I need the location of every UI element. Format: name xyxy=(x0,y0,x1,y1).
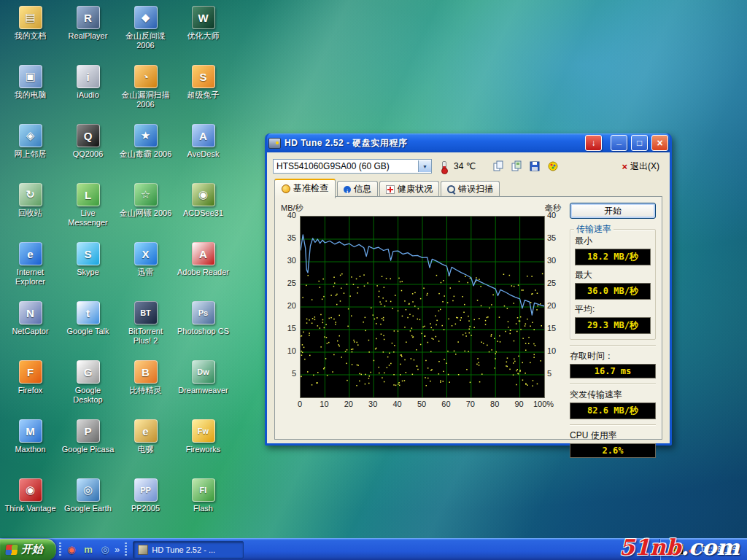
desktop-icon-bitspirit[interactable]: B比特精灵 xyxy=(117,356,174,415)
desktop-icon-flash[interactable]: FlFlash xyxy=(174,474,232,533)
tab-benchmark[interactable]: 基准检查 xyxy=(274,179,336,198)
desktop-icon-label: PP2005 xyxy=(131,504,160,513)
fireworks-icon: Fw xyxy=(192,419,215,443)
desktop-icon-kingsoft-netguard-2006[interactable]: ☆金山网镖 2006 xyxy=(117,179,174,238)
health-icon xyxy=(386,185,395,194)
tab-info[interactable]: 信息 xyxy=(337,181,378,198)
wopti-icon: W xyxy=(192,6,215,29)
quick-launch-overflow-chevron[interactable]: » xyxy=(115,544,120,555)
drive-select[interactable]: HTS541060G9SA00 (60 GB) ▼ xyxy=(273,159,432,174)
desktop-icon-wopti[interactable]: W优化大师 xyxy=(174,1,232,61)
exit-button[interactable]: × 退出(X) xyxy=(617,159,664,174)
x-tick-label: 20 xyxy=(344,400,353,408)
tab-label: 错误扫描 xyxy=(458,183,493,195)
desktop-icon-google-desktop[interactable]: GGoogle Desktop xyxy=(59,356,117,415)
desktop-icon-label: 我的文档 xyxy=(15,31,47,41)
max-label: 最大 xyxy=(575,269,651,281)
desktop-icon-google-earth[interactable]: ◎Google Earth xyxy=(59,474,117,533)
copy-image-icon[interactable] xyxy=(508,159,525,174)
desktop-icon-internet-explorer[interactable]: eInternet Explorer xyxy=(1,238,59,297)
desktop-icon-google-picasa[interactable]: PGoogle Picasa xyxy=(59,415,117,474)
desktop-icon-photoshop-cs[interactable]: PsPhotoshop CS xyxy=(174,297,232,356)
my-computer-icon: ▣ xyxy=(19,65,42,88)
download-arrow-button[interactable]: ↓ xyxy=(585,135,602,151)
x-tick-label: 0 xyxy=(298,400,302,408)
desktop-icon-emule[interactable]: e电骡 xyxy=(117,415,174,474)
kingsoft-netguard-2006-icon: ☆ xyxy=(134,183,158,206)
close-button[interactable]: × xyxy=(651,135,668,151)
bitspirit-icon: B xyxy=(134,360,158,384)
realplayer-icon: R xyxy=(77,6,100,29)
desktop-icon-skype[interactable]: SSkype xyxy=(59,238,117,297)
desktop-icon-my-computer[interactable]: ▣我的电脑 xyxy=(1,61,59,120)
quick-launch-messenger-icon[interactable]: m xyxy=(81,542,96,557)
start-button[interactable]: 开始 xyxy=(570,203,656,219)
desktop-icon-adobe-reader[interactable]: AAdobe Reader xyxy=(174,238,232,297)
desktop-icon-live-messenger[interactable]: LLive Messenger xyxy=(59,179,117,238)
start-menu-button[interactable]: 开始 xyxy=(0,539,56,560)
desktop-icon-dreamweaver[interactable]: DwDreamweaver xyxy=(174,356,232,415)
copy-text-icon[interactable] xyxy=(490,159,506,174)
desktop-icon-maxthon[interactable]: MMaxthon xyxy=(1,415,59,474)
my-documents-icon: ▤ xyxy=(19,6,42,29)
y-tick-label: 40 xyxy=(547,211,556,219)
desktop-icon-network-places[interactable]: ◈网上邻居 xyxy=(1,120,59,179)
desktop-icon-kingsoft-antispy-2006[interactable]: ◆金山反间谍 2006 xyxy=(117,1,174,61)
photoshop-cs-icon: Ps xyxy=(192,301,215,324)
desktop-icon-label: NetCaptor xyxy=(12,327,48,336)
desktop-icon-acdsee31[interactable]: ◉ACDSee31 xyxy=(174,179,232,238)
desktop-icon-realplayer[interactable]: RRealPlayer xyxy=(59,1,117,61)
y-axis-right-ticks: 403530252015105 xyxy=(545,200,567,419)
minimize-icon: _ xyxy=(616,136,622,146)
desktop-icon-avedesk[interactable]: AAveDesk xyxy=(174,120,232,179)
desktop-icon-pp2005[interactable]: PPPP2005 xyxy=(117,474,174,533)
desktop-icon-kingsoft-duba-2006[interactable]: ★金山毒霸 2006 xyxy=(117,120,174,179)
temperature-readout: 34 ℃ xyxy=(454,161,476,171)
desktop-icon-google-talk[interactable]: tGoogle Talk xyxy=(59,297,117,356)
save-icon[interactable] xyxy=(527,159,543,174)
quick-launch-browser-icon[interactable]: ◎ xyxy=(98,542,112,557)
desktop-icon-firefox[interactable]: FFirefox xyxy=(1,356,59,415)
google-picasa-icon: P xyxy=(77,419,100,443)
color-options-icon[interactable] xyxy=(545,159,561,174)
titlebar[interactable]: HD Tune 2.52 - 硬盘实用程序 ↓ _ □ × xyxy=(267,133,670,152)
desktop-icon-label: Flash xyxy=(193,504,213,513)
y-tick-label: 25 xyxy=(547,279,556,287)
desktop-icon-netcaptor[interactable]: NNetCaptor xyxy=(1,297,59,356)
taskband-drag-handle[interactable] xyxy=(125,542,127,557)
y-tick-label: 35 xyxy=(287,233,296,242)
desktop-icon-label: Photoshop CS xyxy=(177,327,229,336)
desktop-icon-xunlei[interactable]: X迅雷 xyxy=(117,238,174,297)
desktop-icon-my-documents[interactable]: ▤我的文档 xyxy=(1,1,59,61)
desktop-icon-label: iAudio xyxy=(77,90,99,100)
tab-health[interactable]: 健康状况 xyxy=(379,181,439,198)
desktop-icon-fireworks[interactable]: FwFireworks xyxy=(174,415,232,474)
quick-launch-media-icon[interactable]: ◉ xyxy=(64,542,79,557)
task-button-hdtune[interactable]: HD Tune 2.52 - ... xyxy=(133,541,244,559)
x-tick-label: 90 xyxy=(514,400,523,408)
quick-launch-drag-handle[interactable] xyxy=(59,542,61,557)
chevron-down-icon: ▼ xyxy=(418,160,431,172)
maximize-button[interactable]: □ xyxy=(631,135,648,151)
desktop-icon-iaudio[interactable]: iiAudio xyxy=(59,61,117,120)
tab-error-scan[interactable]: 错误扫描 xyxy=(441,181,500,198)
desktop-icon-qq2006[interactable]: QQQ2006 xyxy=(59,120,117,179)
drive-select-value: HTS541060G9SA00 (60 GB) xyxy=(276,161,390,171)
internet-explorer-icon: e xyxy=(19,242,42,265)
y-tick-label: 15 xyxy=(287,324,296,332)
desktop-icon-bittorrent-plus-2[interactable]: BTBitTorrent Plus! 2 xyxy=(117,297,174,356)
y-tick-label: 10 xyxy=(287,346,296,355)
desktop-icon-label: 金山反间谍 2006 xyxy=(119,31,173,50)
tab-label: 信息 xyxy=(354,183,371,195)
desktop-icon-think-vantage[interactable]: ◉Think Vantage xyxy=(1,474,59,533)
desktop-icon-super-rabbit[interactable]: S超级兔子 xyxy=(174,61,232,120)
google-desktop-icon: G xyxy=(77,360,100,384)
y-tick-label: 10 xyxy=(547,346,556,355)
desktop-icon-kingsoft-vulnscan-2006[interactable]: ◔金山漏洞扫描 2006 xyxy=(117,61,174,120)
min-label: 最小 xyxy=(575,235,651,247)
desktop-icon-label: Firefox xyxy=(18,386,43,395)
desktop-icon-recycle-bin[interactable]: ↻回收站 xyxy=(1,179,59,238)
dreamweaver-icon: Dw xyxy=(192,360,215,384)
min-value: 18.2 MB/秒 xyxy=(575,249,651,265)
minimize-button[interactable]: _ xyxy=(611,135,627,151)
